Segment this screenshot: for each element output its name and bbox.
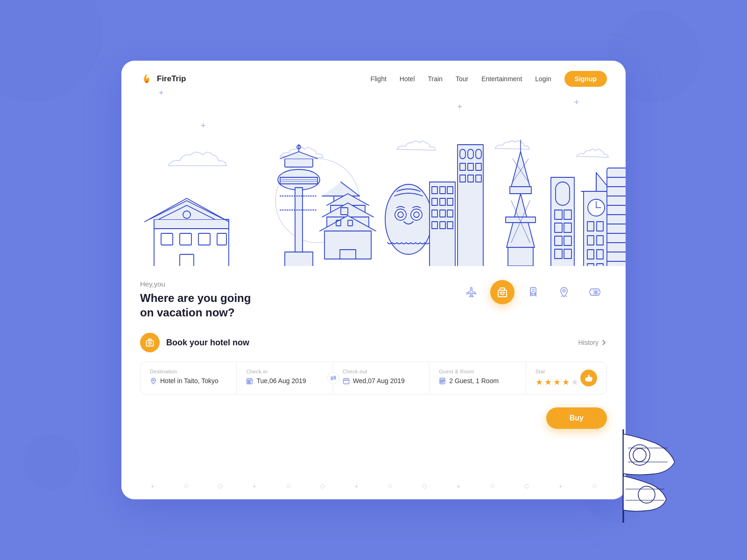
star-4[interactable]: ★ bbox=[562, 377, 570, 387]
svg-rect-105 bbox=[501, 292, 504, 294]
svg-rect-118 bbox=[149, 343, 151, 344]
svg-point-31 bbox=[398, 212, 403, 217]
svg-rect-136 bbox=[441, 381, 444, 381]
main-card: FireTrip Flight Hotel Train Tour Enterta… bbox=[121, 61, 626, 499]
star-1[interactable]: ★ bbox=[536, 377, 543, 387]
content-panel: Hey,you Where are you going on vacation … bbox=[121, 266, 626, 499]
guests-value: 2 Guest, 1 Room bbox=[439, 377, 516, 385]
greeting-section: Hey,you Where are you going on vacation … bbox=[140, 280, 251, 320]
checkin-value: Tue,06 Aug 2019 bbox=[246, 377, 323, 385]
svg-rect-126 bbox=[248, 383, 249, 384]
deco-plus-3: + bbox=[457, 103, 462, 111]
nav-flight[interactable]: Flight bbox=[371, 75, 387, 83]
svg-rect-11 bbox=[285, 159, 313, 167]
nav-login[interactable]: Login bbox=[535, 75, 551, 83]
svg-rect-125 bbox=[249, 381, 250, 382]
nav-links: Flight Hotel Train Tour Entertainment Lo… bbox=[371, 71, 607, 87]
svg-point-144 bbox=[638, 486, 655, 503]
svg-rect-2 bbox=[154, 219, 229, 229]
fire-icon bbox=[140, 72, 153, 85]
search-tabs bbox=[459, 280, 607, 304]
tab-entertainment[interactable] bbox=[583, 280, 607, 304]
svg-rect-46 bbox=[458, 145, 483, 275]
checkout-value: Wed,07 Aug 2019 bbox=[343, 377, 420, 385]
svg-rect-104 bbox=[498, 290, 507, 297]
nav-entertainment[interactable]: Entertainment bbox=[481, 75, 522, 83]
brand-name: FireTrip bbox=[157, 74, 186, 84]
navbar: FireTrip Flight Hotel Train Tour Enterta… bbox=[121, 61, 626, 97]
deco-plus-4: + bbox=[574, 98, 579, 106]
svg-rect-90 bbox=[607, 168, 626, 275]
calendar-icon bbox=[246, 378, 253, 385]
nav-hotel[interactable]: Hotel bbox=[400, 75, 415, 83]
svg-rect-124 bbox=[248, 381, 249, 382]
guests-label: Guest & Room bbox=[439, 369, 516, 374]
star-section: Star ★ ★ ★ ★ ★ bbox=[536, 369, 578, 387]
svg-rect-137 bbox=[441, 382, 443, 382]
star-field[interactable]: Star ★ ★ ★ ★ ★ bbox=[526, 362, 606, 394]
book-row: Book your hotel now History bbox=[140, 333, 607, 352]
destination-value: Hotel in Taito, Tokyo bbox=[150, 377, 227, 385]
guests-field[interactable]: Guest & Room 2 Guest, 1 Room bbox=[430, 362, 526, 394]
svg-point-111 bbox=[531, 293, 533, 294]
search-fields: Destination Hotel in Taito, Tokyo Check-… bbox=[140, 362, 607, 394]
svg-rect-117 bbox=[147, 341, 154, 346]
svg-marker-57 bbox=[511, 152, 530, 187]
svg-rect-23 bbox=[324, 231, 371, 259]
calendar-icon-2 bbox=[343, 378, 350, 385]
svg-point-119 bbox=[153, 379, 154, 381]
tab-hotel[interactable] bbox=[490, 280, 514, 304]
main-heading: Where are you going on vacation now? bbox=[140, 291, 251, 320]
destination-label: Destination bbox=[150, 369, 227, 374]
tab-flight[interactable] bbox=[459, 280, 484, 304]
history-link[interactable]: History bbox=[578, 339, 607, 346]
logo: FireTrip bbox=[140, 72, 186, 85]
destination-field[interactable]: Destination Hotel in Taito, Tokyo bbox=[141, 362, 237, 394]
book-icon bbox=[140, 333, 160, 352]
star-3[interactable]: ★ bbox=[553, 377, 561, 387]
signup-button[interactable]: Signup bbox=[564, 71, 607, 87]
book-left: Book your hotel now bbox=[140, 333, 249, 352]
book-title: Book your hotel now bbox=[166, 338, 249, 348]
buy-button[interactable]: Buy bbox=[546, 407, 607, 429]
svg-rect-115 bbox=[595, 291, 597, 292]
greeting-row: Hey,you Where are you going on vacation … bbox=[140, 280, 607, 320]
location-icon bbox=[150, 378, 157, 385]
checkout-field[interactable]: Check-out Wed,07 Aug 2019 bbox=[333, 362, 430, 394]
tab-tour[interactable] bbox=[552, 280, 576, 304]
svg-rect-4 bbox=[180, 233, 191, 245]
guests-icon bbox=[439, 378, 446, 385]
svg-rect-6 bbox=[217, 233, 226, 245]
tab-train[interactable] bbox=[521, 280, 545, 304]
thumbs-up-button[interactable] bbox=[580, 370, 597, 386]
checkin-field[interactable]: Check-in Tue,06 Aug 2019 bbox=[237, 362, 333, 394]
svg-point-141 bbox=[633, 448, 646, 462]
nav-tour[interactable]: Tour bbox=[456, 75, 468, 83]
svg-rect-58 bbox=[510, 187, 531, 194]
greeting-text: Hey,you bbox=[140, 280, 251, 288]
svg-point-32 bbox=[414, 212, 419, 217]
swap-dates-button[interactable] bbox=[327, 372, 339, 384]
city-illustration bbox=[121, 117, 626, 275]
svg-point-140 bbox=[629, 445, 650, 465]
svg-rect-116 bbox=[595, 293, 597, 294]
svg-rect-61 bbox=[508, 247, 533, 266]
nav-train[interactable]: Train bbox=[428, 75, 443, 83]
svg-rect-128 bbox=[343, 378, 349, 384]
star-2[interactable]: ★ bbox=[544, 377, 552, 387]
checkout-label: Check-out bbox=[343, 369, 420, 374]
svg-rect-127 bbox=[249, 383, 250, 384]
buy-row: Buy bbox=[140, 407, 607, 429]
svg-rect-13 bbox=[280, 177, 317, 184]
svg-rect-138 bbox=[585, 378, 587, 381]
svg-rect-3 bbox=[161, 233, 173, 245]
checkin-label: Check-in bbox=[246, 369, 323, 374]
svg-point-112 bbox=[534, 293, 536, 294]
svg-point-113 bbox=[563, 290, 565, 292]
svg-rect-5 bbox=[198, 233, 210, 245]
star-rating: ★ ★ ★ ★ ★ bbox=[536, 377, 578, 387]
star-label: Star bbox=[536, 369, 578, 374]
star-5[interactable]: ★ bbox=[571, 377, 578, 387]
